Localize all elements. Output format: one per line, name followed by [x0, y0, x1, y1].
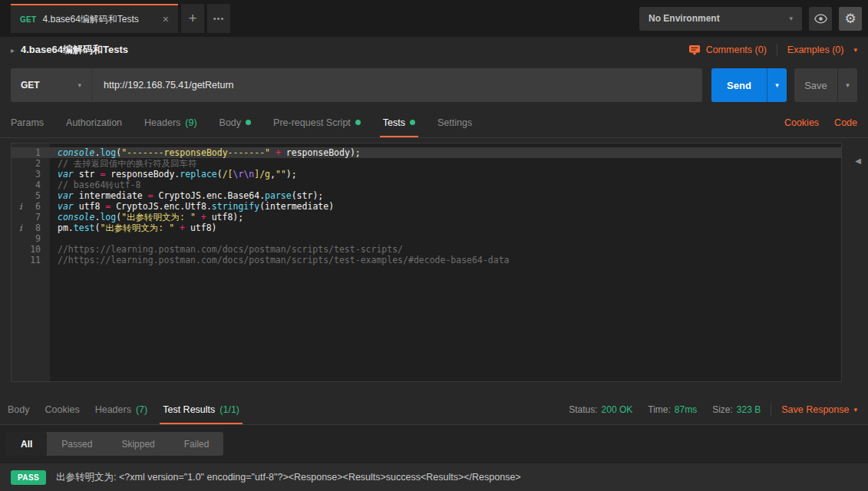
line-number: 5	[12, 190, 50, 201]
code-line-content: var intermediate = CryptoJS.enc.Base64.p…	[50, 190, 323, 201]
tab-label: Headers	[144, 117, 180, 128]
request-tab-headers[interactable]: Headers(9)	[144, 107, 197, 137]
chevron-down-icon: ▾	[853, 46, 857, 54]
status-pair: Status: 200 OK	[569, 404, 632, 415]
code-line-6[interactable]: i6var utf8 = CryptoJS.enc.Utf8.stringify…	[12, 201, 841, 212]
response-tabs: BodyCookiesHeaders(7)Test Results(1/1)	[8, 394, 255, 424]
save-button-group: Save ▾	[794, 68, 857, 102]
line-number: 1	[12, 147, 50, 158]
url-input[interactable]: http://192.168.75.41/getReturn	[92, 80, 234, 91]
test-result-row: PASS 出参转明文为: <?xml version="1.0" encodin…	[0, 463, 868, 491]
info-marker-icon: i	[19, 201, 22, 212]
method-selector[interactable]: GET ▾	[11, 68, 92, 102]
size-label: Size:	[712, 404, 733, 415]
environment-area: No Environment ▾ ⚙	[639, 7, 862, 31]
tab-label: Body	[8, 404, 30, 415]
new-tab-button[interactable]: +	[181, 4, 204, 33]
tab-options-button[interactable]: •••	[207, 4, 230, 33]
tab-count-badge: (1/1)	[219, 404, 239, 415]
collapse-right-icon[interactable]: ▸	[11, 46, 15, 54]
code-line-9[interactable]: 9	[12, 233, 841, 244]
code-line-10[interactable]: 10//https://learning.postman.com/docs/po…	[12, 244, 841, 255]
request-tab-params[interactable]: Params	[11, 107, 44, 137]
environment-quick-look-button[interactable]	[809, 7, 832, 31]
tab-label: Headers	[95, 404, 131, 415]
environment-label: No Environment	[649, 13, 720, 24]
code-line-content: var utf8 = CryptoJS.enc.Utf8.stringify(i…	[50, 201, 334, 212]
filter-passed[interactable]: Passed	[47, 432, 107, 456]
line-number: 3	[12, 169, 50, 180]
cookies-link[interactable]: Cookies	[784, 117, 819, 128]
code-line-1[interactable]: 1console.log("-------responseBody-------…	[12, 147, 841, 158]
request-tab-tests[interactable]: Tests	[383, 107, 415, 137]
comments-link[interactable]: Comments (0)	[688, 44, 767, 56]
tab-count-badge: (7)	[136, 404, 147, 415]
tests-code-editor[interactable]: 1console.log("-------responseBody-------…	[11, 143, 842, 382]
tab-label: Params	[11, 117, 44, 128]
settings-button[interactable]: ⚙	[839, 7, 862, 31]
code-line-5[interactable]: 5var intermediate = CryptoJS.enc.Base64.…	[12, 190, 841, 201]
request-header-actions: Comments (0) Examples (0) ▾	[688, 44, 857, 56]
status-value: 200 OK	[602, 404, 633, 415]
collapse-left-icon[interactable]: ◀	[855, 157, 861, 165]
environment-selector[interactable]: No Environment ▾	[639, 7, 802, 31]
request-tab-pre-request-script[interactable]: Pre-request Script	[273, 107, 361, 137]
save-options-button[interactable]: ▾	[837, 68, 857, 102]
test-results-filter-area: AllPassedSkippedFailed	[0, 425, 868, 463]
send-button[interactable]: Send	[711, 68, 767, 102]
response-tab-test-results[interactable]: Test Results(1/1)	[163, 394, 239, 424]
request-tabs: ParamsAuthorizationHeaders(9)BodyPre-req…	[0, 107, 868, 138]
line-number: i6	[12, 201, 50, 212]
request-tab-settings[interactable]: Settings	[437, 107, 472, 137]
save-response-dropdown[interactable]: Save Response ▾	[781, 404, 857, 415]
response-tabs-row: BodyCookiesHeaders(7)Test Results(1/1) S…	[0, 394, 868, 425]
examples-dropdown[interactable]: Examples (0) ▾	[787, 44, 857, 55]
request-tabs-links: Cookies Code	[784, 107, 857, 137]
request-tab-body[interactable]: Body	[219, 107, 252, 137]
request-tab-authorization[interactable]: Authorization	[66, 107, 122, 137]
gear-icon: ⚙	[844, 11, 856, 27]
request-title: 4.base64编解码和Tests	[21, 43, 128, 57]
code-line-2[interactable]: 2// 去掉返回值中的换行符及回车符	[12, 158, 841, 169]
response-meta: Status: 200 OK Time: 87ms Size: 323 B Sa…	[553, 394, 857, 424]
examples-label: Examples (0)	[787, 44, 844, 55]
time-value: 87ms	[675, 404, 697, 415]
filter-failed[interactable]: Failed	[170, 432, 224, 456]
method-value: GET	[21, 80, 40, 91]
status-label: Status:	[569, 404, 597, 415]
send-button-group: Send ▾	[711, 68, 787, 102]
code-line-3[interactable]: 3var str = responseBody.replace(/[\r\n]/…	[12, 169, 841, 180]
code-line-content: // base64转utf-8	[50, 180, 140, 190]
filter-skipped[interactable]: Skipped	[107, 432, 169, 456]
send-options-button[interactable]: ▾	[767, 68, 787, 102]
line-number: 11	[12, 255, 50, 265]
code-link[interactable]: Code	[834, 117, 857, 128]
tab-label: Tests	[383, 117, 405, 128]
response-tab-body[interactable]: Body	[8, 394, 30, 424]
line-number: i8	[12, 222, 50, 233]
filter-all[interactable]: All	[6, 432, 47, 456]
code-line-11[interactable]: 11//https://learning.postman.com/docs/po…	[12, 255, 841, 265]
test-result-text: 出参转明文为: <?xml version="1.0" encoding="ut…	[56, 471, 521, 484]
pass-status-badge: PASS	[11, 470, 46, 485]
response-tab-headers[interactable]: Headers(7)	[95, 394, 148, 424]
code-line-content: console.log("-------responseBody-------"…	[50, 147, 361, 158]
code-line-7[interactable]: 7console.log("出参转明文为: " + utf8);	[12, 212, 841, 222]
code-line-8[interactable]: i8pm.test("出参转明文为: " + utf8)	[12, 222, 841, 233]
close-tab-icon[interactable]: ×	[163, 13, 169, 25]
open-request-tab[interactable]: GET 4.base64编解码和Tests ×	[11, 4, 178, 33]
code-line-content: //https://learning.postman.com/docs/post…	[50, 244, 403, 255]
size-pair: Size: 323 B	[712, 404, 761, 415]
code-line-content: console.log("出参转明文为: " + utf8);	[50, 212, 243, 222]
tab-label: Settings	[437, 117, 472, 128]
chevron-down-icon: ▾	[789, 15, 793, 22]
ellipsis-icon: •••	[213, 14, 225, 23]
response-tab-cookies[interactable]: Cookies	[45, 394, 80, 424]
code-line-4[interactable]: 4// base64转utf-8	[12, 180, 841, 190]
line-number: 10	[12, 244, 50, 255]
line-number: 2	[12, 158, 50, 169]
comments-label: Comments (0)	[706, 44, 767, 55]
line-number: 9	[12, 233, 50, 244]
save-button[interactable]: Save	[794, 68, 837, 102]
postman-app: GET 4.base64编解码和Tests × + ••• No Environ…	[0, 0, 868, 491]
